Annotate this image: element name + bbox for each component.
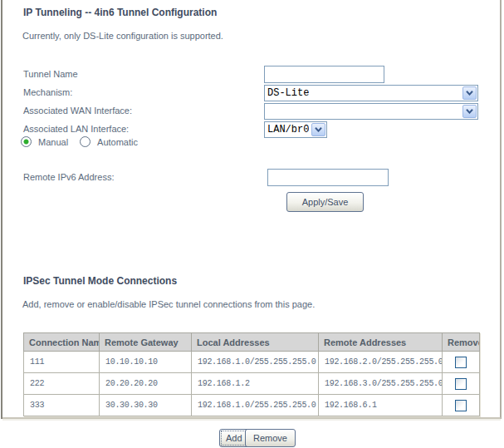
cell-local-addresses: 192.168.1.0/255.255.255.0 bbox=[192, 352, 319, 373]
page-title: IP Tunneling -- 4in6 Tunnel Configuratio… bbox=[23, 7, 217, 18]
col-header-remote-gateway: Remote Gateway bbox=[100, 333, 192, 352]
manual-radio-label[interactable]: Manual bbox=[38, 137, 68, 147]
mechanism-selected-value: DS-Lite bbox=[265, 87, 309, 99]
cell-connection-name: 222 bbox=[24, 373, 100, 395]
lan-interface-selected-value: LAN/br0 bbox=[265, 124, 309, 135]
cell-connection-name: 333 bbox=[24, 395, 100, 416]
lan-interface-select[interactable]: LAN/br0 bbox=[264, 121, 327, 138]
cell-remote-addresses: 192.168.6.1 bbox=[319, 395, 443, 416]
col-header-remote-addresses: Remote Addresses bbox=[319, 333, 443, 352]
cell-remote-gateway: 10.10.10.10 bbox=[100, 352, 192, 373]
cell-remote-addresses: 192.168.2.0/255.255.255.0 bbox=[319, 352, 443, 373]
mechanism-label: Mechanism: bbox=[23, 87, 72, 97]
tunnel-name-input[interactable] bbox=[264, 66, 384, 83]
tunnel-name-label: Tunnel Name bbox=[23, 69, 78, 79]
remove-checkbox[interactable] bbox=[455, 378, 467, 390]
frame-border-left bbox=[1, 0, 2, 419]
chevron-down-icon[interactable] bbox=[462, 86, 477, 100]
manual-radio[interactable] bbox=[21, 136, 32, 147]
chevron-down-icon[interactable] bbox=[311, 123, 325, 136]
remote-ipv6-label: Remote IPv6 Address: bbox=[23, 172, 114, 182]
automatic-radio-label[interactable]: Automatic bbox=[97, 137, 138, 147]
col-header-connection-name: Connection Name bbox=[24, 333, 100, 352]
col-header-remove: Remove bbox=[443, 333, 480, 352]
apply-save-button[interactable]: Apply/Save bbox=[286, 192, 364, 212]
col-header-local-addresses: Local Addresses bbox=[192, 333, 319, 352]
frame-border-bottom bbox=[2, 417, 501, 419]
cell-local-addresses: 192.168.1.2 bbox=[192, 373, 319, 395]
remote-ipv6-input[interactable] bbox=[267, 169, 389, 186]
wan-interface-select[interactable] bbox=[264, 103, 478, 120]
ipsec-connections-table: Connection Name Remote Gateway Local Add… bbox=[23, 332, 480, 416]
ipsec-section-heading: IPSec Tunnel Mode Connections bbox=[23, 275, 177, 287]
table-row: 333 30.30.30.30 192.168.1.0/255.255.255.… bbox=[24, 395, 480, 416]
remove-checkbox[interactable] bbox=[455, 400, 467, 411]
cell-local-addresses: 192.168.1.0/255.255.255.0 bbox=[192, 395, 319, 416]
tunnel-config-page: IP Tunneling -- 4in6 Tunnel Configuratio… bbox=[0, 0, 504, 448]
cell-connection-name: 111 bbox=[24, 352, 100, 373]
cell-remote-addresses: 192.168.3.0/255.255.255.0 bbox=[319, 373, 443, 395]
table-row: 222 20.20.20.20 192.168.1.2 192.168.3.0/… bbox=[24, 373, 480, 395]
table-row: 111 10.10.10.10 192.168.1.0/255.255.255.… bbox=[24, 352, 480, 373]
wan-interface-label: Associated WAN Interface: bbox=[23, 106, 132, 116]
lan-interface-label: Associated LAN Interface: bbox=[23, 124, 129, 134]
page-subtitle: Currently, only DS-Lite configuration is… bbox=[22, 31, 223, 41]
address-mode-radio-group: Manual Automatic bbox=[21, 136, 149, 147]
frame-border-right bbox=[500, 0, 502, 419]
automatic-radio[interactable] bbox=[80, 136, 91, 147]
table-header-row: Connection Name Remote Gateway Local Add… bbox=[24, 333, 480, 352]
ipsec-section-description: Add, remove or enable/disable IPSec tunn… bbox=[22, 299, 315, 309]
cell-remote-gateway: 20.20.20.20 bbox=[100, 373, 192, 395]
mechanism-select[interactable]: DS-Lite bbox=[264, 85, 478, 101]
remove-button[interactable]: Remove bbox=[245, 429, 296, 447]
chevron-down-icon[interactable] bbox=[462, 105, 477, 118]
cell-remote-gateway: 30.30.30.30 bbox=[100, 395, 192, 416]
remove-checkbox[interactable] bbox=[455, 357, 467, 368]
